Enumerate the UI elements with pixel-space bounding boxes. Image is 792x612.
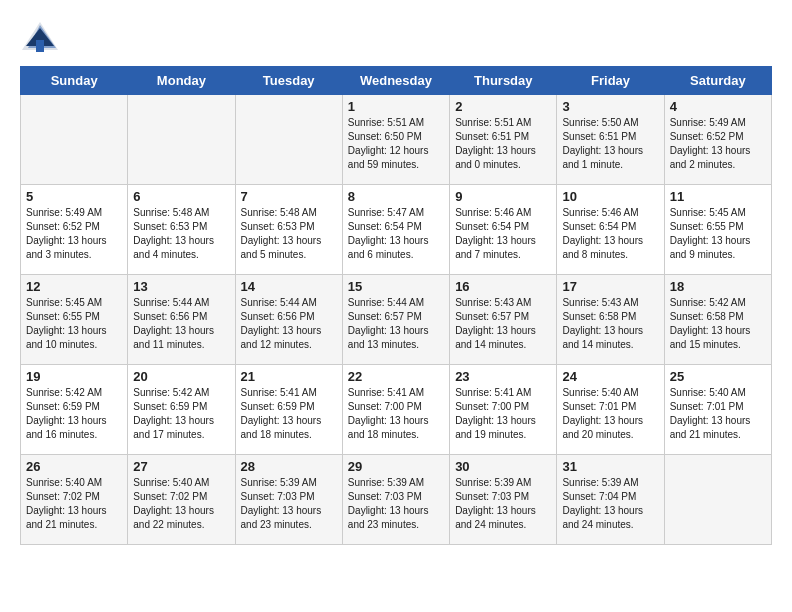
day-info: Sunrise: 5:45 AM Sunset: 6:55 PM Dayligh… — [670, 206, 766, 262]
sunset: Sunset: 6:53 PM — [241, 221, 315, 232]
sunset: Sunset: 6:57 PM — [455, 311, 529, 322]
day-number: 11 — [670, 189, 766, 204]
calendar-cell: 17 Sunrise: 5:43 AM Sunset: 6:58 PM Dayl… — [557, 275, 664, 365]
day-info: Sunrise: 5:48 AM Sunset: 6:53 PM Dayligh… — [241, 206, 337, 262]
day-number: 2 — [455, 99, 551, 114]
sunrise: Sunrise: 5:39 AM — [562, 477, 638, 488]
day-info: Sunrise: 5:49 AM Sunset: 6:52 PM Dayligh… — [26, 206, 122, 262]
day-number: 26 — [26, 459, 122, 474]
sunrise: Sunrise: 5:40 AM — [670, 387, 746, 398]
day-number: 1 — [348, 99, 444, 114]
sunrise: Sunrise: 5:45 AM — [26, 297, 102, 308]
daylight: Daylight: 13 hours and 17 minutes. — [133, 415, 214, 440]
calendar-cell: 31 Sunrise: 5:39 AM Sunset: 7:04 PM Dayl… — [557, 455, 664, 545]
daylight: Daylight: 13 hours and 23 minutes. — [241, 505, 322, 530]
daylight: Daylight: 13 hours and 3 minutes. — [26, 235, 107, 260]
sunrise: Sunrise: 5:39 AM — [241, 477, 317, 488]
calendar-cell — [664, 455, 771, 545]
day-info: Sunrise: 5:40 AM Sunset: 7:01 PM Dayligh… — [562, 386, 658, 442]
sunrise: Sunrise: 5:42 AM — [670, 297, 746, 308]
sunset: Sunset: 6:52 PM — [670, 131, 744, 142]
sunset: Sunset: 6:56 PM — [133, 311, 207, 322]
day-info: Sunrise: 5:50 AM Sunset: 6:51 PM Dayligh… — [562, 116, 658, 172]
sunset: Sunset: 6:56 PM — [241, 311, 315, 322]
sunset: Sunset: 6:53 PM — [133, 221, 207, 232]
daylight: Daylight: 13 hours and 15 minutes. — [670, 325, 751, 350]
sunset: Sunset: 7:03 PM — [241, 491, 315, 502]
calendar-body: 1 Sunrise: 5:51 AM Sunset: 6:50 PM Dayli… — [21, 95, 772, 545]
calendar-cell: 11 Sunrise: 5:45 AM Sunset: 6:55 PM Dayl… — [664, 185, 771, 275]
daylight: Daylight: 13 hours and 21 minutes. — [26, 505, 107, 530]
sunrise: Sunrise: 5:41 AM — [455, 387, 531, 398]
day-info: Sunrise: 5:49 AM Sunset: 6:52 PM Dayligh… — [670, 116, 766, 172]
calendar-cell: 26 Sunrise: 5:40 AM Sunset: 7:02 PM Dayl… — [21, 455, 128, 545]
day-number: 8 — [348, 189, 444, 204]
sunset: Sunset: 6:58 PM — [562, 311, 636, 322]
calendar-table: SundayMondayTuesdayWednesdayThursdayFrid… — [20, 66, 772, 545]
sunrise: Sunrise: 5:39 AM — [348, 477, 424, 488]
calendar-cell: 20 Sunrise: 5:42 AM Sunset: 6:59 PM Dayl… — [128, 365, 235, 455]
daylight: Daylight: 13 hours and 11 minutes. — [133, 325, 214, 350]
day-number: 12 — [26, 279, 122, 294]
day-number: 9 — [455, 189, 551, 204]
sunrise: Sunrise: 5:46 AM — [455, 207, 531, 218]
day-number: 30 — [455, 459, 551, 474]
header-day: Monday — [128, 67, 235, 95]
day-number: 23 — [455, 369, 551, 384]
header-day: Thursday — [450, 67, 557, 95]
sunset: Sunset: 7:03 PM — [455, 491, 529, 502]
calendar-cell: 25 Sunrise: 5:40 AM Sunset: 7:01 PM Dayl… — [664, 365, 771, 455]
calendar-cell: 2 Sunrise: 5:51 AM Sunset: 6:51 PM Dayli… — [450, 95, 557, 185]
sunrise: Sunrise: 5:43 AM — [562, 297, 638, 308]
sunrise: Sunrise: 5:40 AM — [562, 387, 638, 398]
header-day: Tuesday — [235, 67, 342, 95]
sunrise: Sunrise: 5:43 AM — [455, 297, 531, 308]
day-info: Sunrise: 5:44 AM Sunset: 6:57 PM Dayligh… — [348, 296, 444, 352]
daylight: Daylight: 13 hours and 10 minutes. — [26, 325, 107, 350]
calendar-cell: 28 Sunrise: 5:39 AM Sunset: 7:03 PM Dayl… — [235, 455, 342, 545]
sunset: Sunset: 6:51 PM — [455, 131, 529, 142]
daylight: Daylight: 13 hours and 7 minutes. — [455, 235, 536, 260]
sunset: Sunset: 6:55 PM — [670, 221, 744, 232]
day-info: Sunrise: 5:39 AM Sunset: 7:03 PM Dayligh… — [348, 476, 444, 532]
day-number: 4 — [670, 99, 766, 114]
sunset: Sunset: 6:59 PM — [133, 401, 207, 412]
day-info: Sunrise: 5:40 AM Sunset: 7:01 PM Dayligh… — [670, 386, 766, 442]
sunset: Sunset: 7:01 PM — [670, 401, 744, 412]
daylight: Daylight: 13 hours and 19 minutes. — [455, 415, 536, 440]
day-info: Sunrise: 5:42 AM Sunset: 6:59 PM Dayligh… — [26, 386, 122, 442]
day-info: Sunrise: 5:39 AM Sunset: 7:03 PM Dayligh… — [455, 476, 551, 532]
day-number: 20 — [133, 369, 229, 384]
header-day: Wednesday — [342, 67, 449, 95]
sunset: Sunset: 7:00 PM — [348, 401, 422, 412]
day-info: Sunrise: 5:42 AM Sunset: 6:59 PM Dayligh… — [133, 386, 229, 442]
calendar-cell: 10 Sunrise: 5:46 AM Sunset: 6:54 PM Dayl… — [557, 185, 664, 275]
day-number: 27 — [133, 459, 229, 474]
day-number: 29 — [348, 459, 444, 474]
day-number: 7 — [241, 189, 337, 204]
sunset: Sunset: 6:54 PM — [348, 221, 422, 232]
day-info: Sunrise: 5:40 AM Sunset: 7:02 PM Dayligh… — [26, 476, 122, 532]
daylight: Daylight: 13 hours and 4 minutes. — [133, 235, 214, 260]
day-info: Sunrise: 5:42 AM Sunset: 6:58 PM Dayligh… — [670, 296, 766, 352]
day-info: Sunrise: 5:39 AM Sunset: 7:03 PM Dayligh… — [241, 476, 337, 532]
day-info: Sunrise: 5:41 AM Sunset: 7:00 PM Dayligh… — [455, 386, 551, 442]
page-header — [20, 20, 772, 56]
day-number: 19 — [26, 369, 122, 384]
sunrise: Sunrise: 5:47 AM — [348, 207, 424, 218]
day-info: Sunrise: 5:40 AM Sunset: 7:02 PM Dayligh… — [133, 476, 229, 532]
day-number: 21 — [241, 369, 337, 384]
calendar-cell: 5 Sunrise: 5:49 AM Sunset: 6:52 PM Dayli… — [21, 185, 128, 275]
sunset: Sunset: 6:52 PM — [26, 221, 100, 232]
sunrise: Sunrise: 5:39 AM — [455, 477, 531, 488]
day-info: Sunrise: 5:47 AM Sunset: 6:54 PM Dayligh… — [348, 206, 444, 262]
sunset: Sunset: 6:57 PM — [348, 311, 422, 322]
sunrise: Sunrise: 5:42 AM — [133, 387, 209, 398]
calendar-cell: 7 Sunrise: 5:48 AM Sunset: 6:53 PM Dayli… — [235, 185, 342, 275]
day-info: Sunrise: 5:46 AM Sunset: 6:54 PM Dayligh… — [562, 206, 658, 262]
calendar-cell — [21, 95, 128, 185]
daylight: Daylight: 13 hours and 5 minutes. — [241, 235, 322, 260]
daylight: Daylight: 13 hours and 8 minutes. — [562, 235, 643, 260]
calendar-cell — [128, 95, 235, 185]
day-number: 15 — [348, 279, 444, 294]
